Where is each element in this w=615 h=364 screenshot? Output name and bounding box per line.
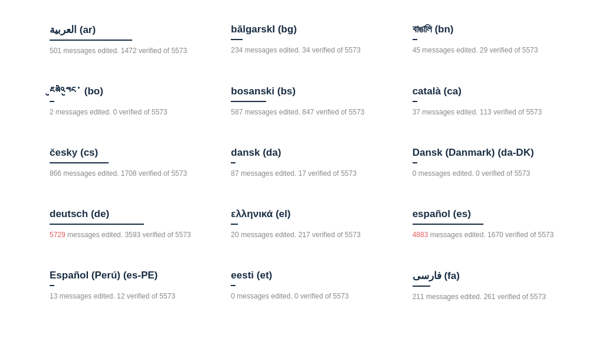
lang-title: eesti (et) [231,270,384,281]
lang-underline [50,101,54,102]
lang-underline [413,101,417,102]
lang-underline [231,101,266,102]
lang-stats: 501 messages edited. 1472 verified of 55… [50,45,202,56]
lang-stats: 211 messages edited. 261 verified of 557… [413,291,565,302]
lang-underline [231,39,243,40]
lang-item[interactable]: dansk (da)87 messages edited. 17 verifie… [217,135,398,196]
lang-underline [413,162,417,163]
lang-item[interactable]: ελληνικά (el)20 messages edited. 217 ver… [217,196,398,258]
lang-underline [50,285,54,286]
lang-stats: 13 messages edited. 12 verified of 5573 [50,291,202,301]
lang-item[interactable]: ཇུམའིཀུང་ (bo)2 messages edited. 0 verif… [35,74,217,135]
lang-title: bălgarskI (bg) [231,24,384,35]
lang-underline [50,224,144,225]
lang-stats: 866 messages edited. 1708 verified of 55… [50,168,202,179]
lang-title: العربية (ar) [50,24,202,36]
language-grid: العربية (ar)501 messages edited. 1472 ve… [35,12,580,320]
lang-stats: 2 messages edited. 0 verified of 5573 [50,107,202,117]
lang-item[interactable]: español (es)4883 messages edited. 1670 v… [398,196,580,258]
lang-title: বাঙালি (bn) [413,24,565,35]
lang-title: bosanski (bs) [231,86,384,97]
lang-title: ཇུམའིཀུང་ (bo) [50,86,202,97]
lang-item[interactable]: deutsch (de)5729 messages edited. 3593 v… [35,196,217,258]
lang-title: Español (Perú) (es-PE) [50,270,202,281]
lang-stats: 5729 messages edited. 3593 verified of 5… [50,229,202,240]
lang-item[interactable]: bosanski (bs)587 messages edited. 847 ve… [217,74,398,135]
lang-underline [231,224,238,225]
lang-item[interactable]: česky (cs)866 messages edited. 1708 veri… [35,135,217,196]
lang-title: Dansk (Danmark) (da-DK) [413,147,565,159]
lang-underline [50,162,109,163]
lang-stats: 20 messages edited. 217 verified of 5573 [231,229,384,240]
lang-title: català (ca) [413,86,565,97]
lang-item[interactable]: العربية (ar)501 messages edited. 1472 ve… [35,12,217,74]
lang-underline [231,285,235,286]
lang-title: deutsch (de) [50,208,202,220]
lang-title: فارسی (fa) [413,270,565,282]
lang-underline [413,224,483,225]
lang-title: ελληνικά (el) [231,208,384,220]
lang-stats: 0 messages edited. 0 verified of 5573 [413,168,565,179]
lang-stats: 587 messages edited. 847 verified of 557… [231,107,384,117]
lang-stats: 4883 messages edited. 1670 verified of 5… [413,229,565,240]
lang-stats: 0 messages edited. 0 verified of 5573 [231,291,384,301]
lang-item[interactable]: Español (Perú) (es-PE)13 messages edited… [35,258,217,320]
lang-stats: 37 messages edited. 113 verified of 5573 [413,107,565,117]
lang-item[interactable]: bălgarskI (bg)234 messages edited. 34 ve… [217,12,398,74]
lang-stats: 45 messages edited. 29 verified of 5573 [413,45,565,55]
lang-item[interactable]: বাঙালি (bn)45 messages edited. 29 verifi… [398,12,580,74]
lang-title: español (es) [413,208,565,220]
lang-item[interactable]: català (ca)37 messages edited. 113 verif… [398,74,580,135]
lang-item[interactable]: فارسی (fa)211 messages edited. 261 verif… [398,258,580,320]
lang-item[interactable]: Dansk (Danmark) (da-DK)0 messages edited… [398,135,580,196]
lang-stats: 234 messages edited. 34 verified of 5573 [231,45,384,55]
lang-stats: 87 messages edited. 17 verified of 5573 [231,168,384,179]
lang-underline [413,39,417,40]
lang-underline [231,162,235,163]
lang-item[interactable]: eesti (et)0 messages edited. 0 verified … [217,258,398,320]
lang-title: česky (cs) [50,147,202,159]
lang-underline [50,40,132,41]
lang-underline [413,286,430,287]
lang-title: dansk (da) [231,147,384,159]
